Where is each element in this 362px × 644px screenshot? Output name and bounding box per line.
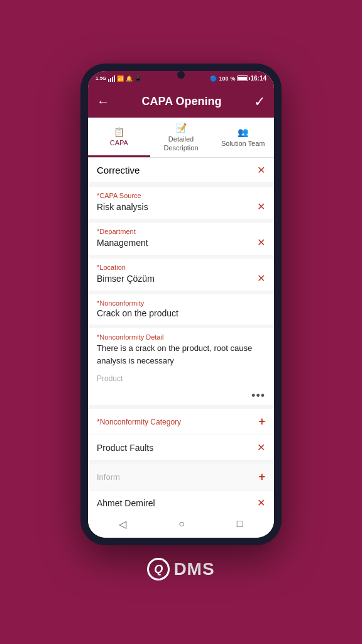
tab-solution-team[interactable]: 👥 Solution Team xyxy=(212,118,274,158)
capa-tab-label: CAPA xyxy=(110,139,128,147)
nonconformity-detail-value: There is a crack on the product, root ca… xyxy=(88,342,274,370)
product-faults-row: Product Faults ✕ xyxy=(88,435,274,460)
capa-source-delete-button[interactable]: ✕ xyxy=(257,201,265,213)
back-button[interactable]: ← xyxy=(97,94,109,109)
status-right: 🔵 100 % 16:14 xyxy=(210,75,266,82)
nav-recents-button[interactable]: □ xyxy=(237,518,243,530)
capa-source-value: Risk analysis xyxy=(97,202,148,212)
department-group: *Department Management ✕ xyxy=(88,223,274,255)
solution-tab-icon: 👥 xyxy=(238,127,248,137)
inform-row: Inform + xyxy=(88,464,274,491)
more-options-button[interactable]: ••• xyxy=(251,389,265,402)
branding: Q DMS xyxy=(147,558,214,580)
capa-tab-icon: 📋 xyxy=(114,127,124,137)
department-delete-button[interactable]: ✕ xyxy=(257,236,265,248)
detailed-tab-icon: 📝 xyxy=(176,123,187,133)
nonconformity-detail-group: *Nonconformity Detail There is a crack o… xyxy=(88,328,274,405)
inform-placeholder: Inform xyxy=(97,472,120,482)
content-area[interactable]: Corrective ✕ *CAPA Source Risk analysis … xyxy=(88,158,274,510)
status-bar: 1.5G 📶 🔔 📱 🔵 100 % 16:14 xyxy=(88,71,274,86)
qdms-logo: Q DMS xyxy=(147,558,214,580)
confirm-button[interactable]: ✓ xyxy=(254,94,265,110)
tabs-bar: 📋 CAPA 📝 Detailed Description 👥 Solution… xyxy=(88,118,274,158)
product-faults-delete-button[interactable]: ✕ xyxy=(257,441,265,453)
corrective-row: Corrective ✕ xyxy=(88,158,274,183)
nonconformity-value: Crack on the product xyxy=(97,308,178,318)
corrective-delete-button[interactable]: ✕ xyxy=(257,164,265,176)
nonconformity-detail-label: *Nonconformity Detail xyxy=(88,328,274,342)
status-left: 1.5G 📶 🔔 📱 xyxy=(96,75,141,82)
app-header: ← CAPA Opening ✓ xyxy=(88,86,274,118)
detailed-tab-label: Detailed Description xyxy=(153,135,210,153)
qdms-q-letter: Q xyxy=(154,563,163,576)
nonconformity-group: *Nonconformity Crack on the product xyxy=(88,294,274,325)
nonconformity-category-row: *Nonconformity Category + xyxy=(88,409,274,435)
location-delete-button[interactable]: ✕ xyxy=(257,272,265,284)
capa-source-label: *CAPA Source xyxy=(88,187,274,201)
battery-icon: % xyxy=(230,75,235,82)
location-label: *Location xyxy=(88,258,274,272)
battery-percent: 100 xyxy=(219,75,228,82)
bluetooth-icon: 🔵 xyxy=(210,75,217,82)
bottom-nav: ◁ ○ □ xyxy=(88,510,274,538)
capa-source-value-row: Risk analysis ✕ xyxy=(88,201,274,219)
inform-add-button[interactable]: + xyxy=(258,470,265,484)
person-row: Ahmet Demirel ✕ xyxy=(88,491,274,510)
person-delete-button[interactable]: ✕ xyxy=(257,497,265,509)
nav-home-button[interactable]: ○ xyxy=(178,518,185,530)
time-display: 16:14 xyxy=(250,75,266,82)
phone-frame: 1.5G 📶 🔔 📱 🔵 100 % 16:14 xyxy=(80,64,282,546)
capa-source-group: *CAPA Source Risk analysis ✕ xyxy=(88,187,274,219)
nonconformity-category-label: *Nonconformity Category xyxy=(97,418,181,426)
product-label: Product xyxy=(88,370,274,387)
page-title: CAPA Opening xyxy=(142,95,222,108)
signal-bars xyxy=(108,75,115,82)
department-value-row: Management ✕ xyxy=(88,236,274,255)
tab-detailed-description[interactable]: 📝 Detailed Description xyxy=(150,118,212,158)
person-name: Ahmet Demirel xyxy=(97,498,155,508)
location-value-row: Bimser Çözüm ✕ xyxy=(88,272,274,291)
nonconformity-label: *Nonconformity xyxy=(88,294,274,308)
more-options-row: ••• xyxy=(88,387,274,405)
department-label: *Department xyxy=(88,223,274,236)
corrective-label: Corrective xyxy=(97,165,140,175)
solution-tab-label: Solution Team xyxy=(221,139,265,148)
battery-indicator xyxy=(237,75,248,81)
qdms-logo-circle: Q xyxy=(147,558,170,580)
location-group: *Location Bimser Çözüm ✕ xyxy=(88,258,274,291)
nav-back-button[interactable]: ◁ xyxy=(119,518,126,530)
tab-capa[interactable]: 📋 CAPA xyxy=(88,118,150,158)
camera-notch xyxy=(177,71,185,79)
product-faults-value: Product Faults xyxy=(97,443,153,453)
department-value: Management xyxy=(97,238,148,248)
phone-screen: 1.5G 📶 🔔 📱 🔵 100 % 16:14 xyxy=(88,71,274,538)
nonconformity-category-add-button[interactable]: + xyxy=(258,415,265,428)
nonconformity-value-row: Crack on the product xyxy=(88,308,274,325)
qdms-dms-text: DMS xyxy=(173,559,214,579)
location-value: Bimser Çözüm xyxy=(97,274,155,284)
